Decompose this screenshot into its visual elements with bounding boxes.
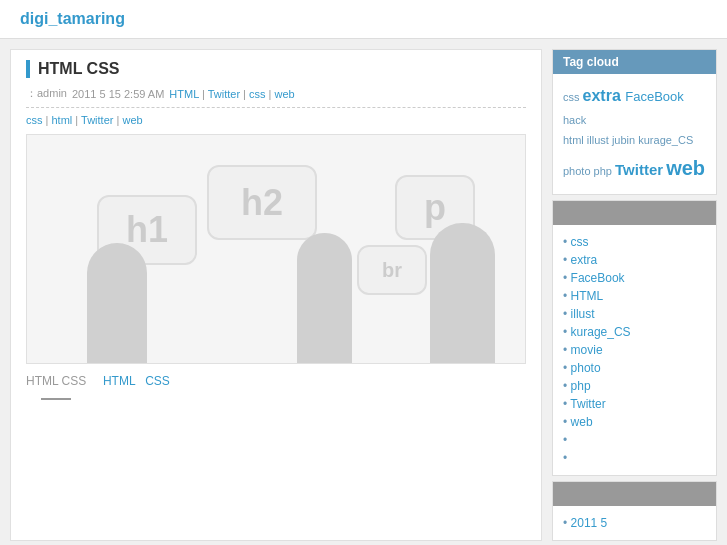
post-image: h1 h2 p br <box>26 134 526 364</box>
tag-cloud-header: Tag cloud <box>553 50 716 74</box>
tag-cloud-kurage[interactable]: kurage_CS <box>638 134 693 146</box>
categories-widget-header <box>553 201 716 225</box>
cat-extra[interactable]: extra <box>571 253 598 267</box>
tag-cloud-php[interactable]: php <box>594 165 612 177</box>
cat-kurage[interactable]: kurage_CS <box>571 325 631 339</box>
sidebar: Tag cloud css extra FaceBook hack html i… <box>552 49 717 541</box>
tag-cloud-html[interactable]: html <box>563 134 584 146</box>
tag-cloud-extra[interactable]: extra <box>583 87 626 104</box>
cat-css[interactable]: css <box>571 235 589 249</box>
list-item: HTML <box>563 287 706 305</box>
bubble-br: br <box>357 245 427 295</box>
post-footer: HTML CSS HTML CSS <box>26 374 526 388</box>
list-item: kurage_CS <box>563 323 706 341</box>
author-label: ：admin <box>26 86 67 101</box>
cat-photo[interactable]: photo <box>571 361 601 375</box>
tag-cloud-facebook[interactable]: FaceBook <box>625 89 684 104</box>
cat-illust[interactable]: illust <box>571 307 595 321</box>
cat-web[interactable]: web <box>571 415 593 429</box>
silhouette-mid <box>297 233 352 363</box>
cat-php[interactable]: php <box>571 379 591 393</box>
content-area: HTML CSS ：admin 2011 5 15 2:59 AM HTML |… <box>10 49 542 541</box>
cat-link-html[interactable]: HTML <box>169 88 199 100</box>
cat-movie[interactable]: movie <box>571 343 603 357</box>
list-item <box>563 431 706 449</box>
tag-cloud-illust[interactable]: illust <box>587 134 609 146</box>
silhouette-right <box>430 223 495 363</box>
tag-css[interactable]: css <box>26 114 43 126</box>
list-item <box>563 449 706 467</box>
list-item: Twitter <box>563 395 706 413</box>
post-title: HTML CSS <box>38 60 526 78</box>
tag-cloud-twitter[interactable]: Twitter <box>615 161 663 178</box>
tag-cloud-jubin[interactable]: jubin <box>612 134 635 146</box>
tag-twitter[interactable]: Twitter <box>81 114 113 126</box>
categories-widget: css extra FaceBook HTML illust kurage_CS… <box>552 200 717 476</box>
list-item: movie <box>563 341 706 359</box>
list-item: FaceBook <box>563 269 706 287</box>
cat-html[interactable]: HTML <box>571 289 604 303</box>
list-item: css <box>563 233 706 251</box>
category-list: css extra FaceBook HTML illust kurage_CS… <box>553 225 716 475</box>
main-layout: HTML CSS ：admin 2011 5 15 2:59 AM HTML |… <box>0 39 727 545</box>
archive-widget-header <box>553 482 716 506</box>
site-header: digi_tamaring <box>0 0 727 39</box>
post-tags: css | html | Twitter | web <box>26 114 526 126</box>
cat-link-twitter[interactable]: Twitter <box>208 88 240 100</box>
footer-categories: HTML CSS HTML CSS <box>26 374 170 388</box>
tag-cloud-hack[interactable]: hack <box>563 114 586 126</box>
post-date: 2011 5 15 2:59 AM <box>72 88 164 100</box>
list-item: extra <box>563 251 706 269</box>
tag-web[interactable]: web <box>122 114 142 126</box>
silhouette-left <box>87 243 147 363</box>
site-title[interactable]: digi_tamaring <box>20 10 125 27</box>
bubble-h2: h2 <box>207 165 317 240</box>
tag-cloud-css[interactable]: css <box>563 91 580 103</box>
post: HTML CSS ：admin 2011 5 15 2:59 AM HTML |… <box>11 50 541 420</box>
cat-facebook[interactable]: FaceBook <box>571 271 625 285</box>
archive-list: 2011 5 <box>553 506 716 540</box>
tag-cloud-body: css extra FaceBook hack html illust jubi… <box>553 74 716 194</box>
cat-twitter[interactable]: Twitter <box>570 397 605 411</box>
cat-link-web[interactable]: web <box>275 88 295 100</box>
list-item: php <box>563 377 706 395</box>
tag-cloud-photo[interactable]: photo <box>563 165 591 177</box>
cat-link-css[interactable]: css <box>249 88 266 100</box>
footer-html-link[interactable]: HTML <box>103 374 135 388</box>
post-categories-label: HTML | Twitter | css | web <box>169 88 294 100</box>
archive-widget: 2011 5 <box>552 481 717 541</box>
post-divider <box>41 398 71 400</box>
list-item: 2011 5 <box>563 514 706 532</box>
list-item: web <box>563 413 706 431</box>
post-meta: ：admin 2011 5 15 2:59 AM HTML | Twitter … <box>26 86 526 108</box>
list-item: illust <box>563 305 706 323</box>
tag-cloud-web[interactable]: web <box>666 157 705 179</box>
tag-html[interactable]: html <box>51 114 72 126</box>
tag-cloud-widget: Tag cloud css extra FaceBook hack html i… <box>552 49 717 195</box>
archive-2011-5[interactable]: 2011 5 <box>571 516 608 530</box>
footer-css-link[interactable]: CSS <box>145 374 170 388</box>
list-item: photo <box>563 359 706 377</box>
post-title-bar: HTML CSS <box>26 60 526 78</box>
